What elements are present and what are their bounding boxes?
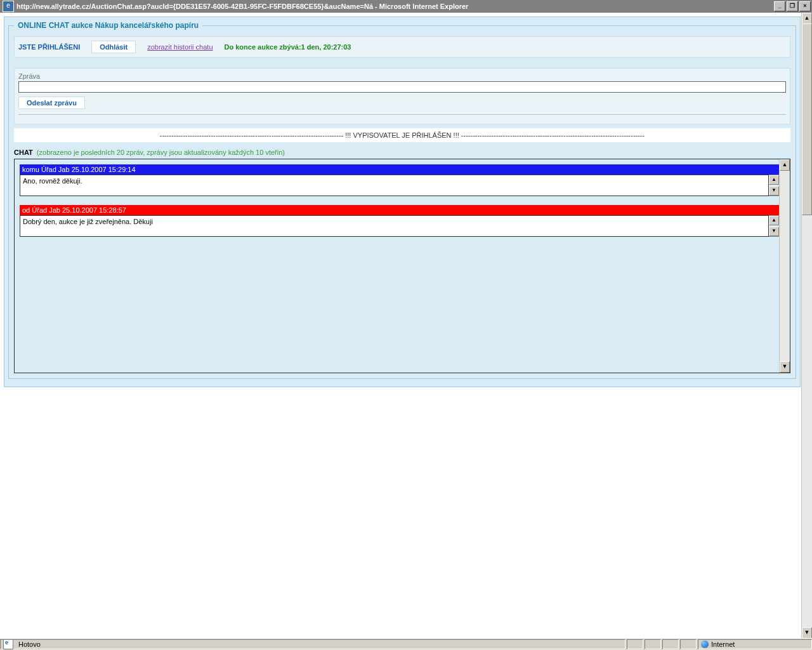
chat-log: komu Úřad Jab 25.10.2007 15:29:14Ano, ro…: [14, 159, 790, 373]
page-title: ONLINE CHAT aukce Nákup kancelářského pa…: [14, 21, 202, 30]
scroll-up-icon[interactable]: ▲: [780, 159, 790, 171]
chat-header-note: (zobrazeno je posledních 20 zpráv, zpráv…: [37, 149, 285, 156]
status-cell: [627, 639, 643, 649]
chat-message: komu Úřad Jab 25.10.2007 15:29:14Ano, ro…: [20, 164, 780, 196]
logout-button[interactable]: Odhlásit: [91, 41, 136, 53]
message-scrollbar[interactable]: ▲▼: [769, 175, 780, 196]
send-button[interactable]: Odeslat zprávu: [18, 96, 85, 109]
chat-message: od Úřad Jab 25.10.2007 15:28:57Dobrý den…: [20, 205, 780, 237]
message-header: komu Úřad Jab 25.10.2007 15:29:14: [20, 164, 780, 175]
window-title: http://new.allytrade.cz/AuctionChat.asp?…: [16, 3, 774, 10]
scroll-down-icon[interactable]: ▼: [780, 361, 790, 373]
status-cell: [645, 639, 661, 649]
scroll-down-icon[interactable]: ▼: [769, 227, 779, 236]
message-header: od Úřad Jab 25.10.2007 15:28:57: [20, 205, 780, 215]
message-label: Zpráva: [18, 72, 786, 80]
chat-scrollbar[interactable]: ▲ ▼: [779, 159, 790, 373]
message-scrollbar[interactable]: ▲▼: [769, 215, 780, 237]
scroll-up-icon[interactable]: ▲: [769, 175, 779, 185]
scroll-down-icon[interactable]: ▼: [769, 186, 779, 196]
minimize-button[interactable]: _: [774, 1, 785, 11]
security-zone: Internet: [711, 640, 735, 648]
status-cell: [662, 639, 679, 649]
scroll-thumb[interactable]: [802, 23, 812, 215]
login-status: JSTE PŘIHLÁŠENI: [18, 43, 80, 51]
chat-header-label: CHAT: [14, 149, 33, 156]
internet-zone-icon: [701, 640, 709, 648]
scroll-down-icon[interactable]: ▼: [802, 627, 812, 639]
browser-viewport: ONLINE CHAT aukce Nákup kancelářského pa…: [0, 13, 812, 639]
compose-box: Zpráva Odeslat zprávu: [14, 68, 790, 124]
chat-panel: ONLINE CHAT aukce Nákup kancelářského pa…: [8, 21, 796, 379]
maximize-button[interactable]: ❐: [787, 1, 798, 11]
page-icon: [3, 639, 13, 649]
status-cell: [680, 639, 697, 649]
window-titlebar: e http://new.allytrade.cz/AuctionChat.as…: [0, 0, 812, 13]
status-bar-row: JSTE PŘIHLÁŠENI Odhlásit zobrazit histor…: [14, 36, 790, 58]
message-body: Dobrý den, aukce je již zveřejněna. Děku…: [20, 215, 769, 237]
auction-countdown: Do konce aukce zbývá:1 den, 20:27:03: [225, 43, 351, 51]
message-input[interactable]: [18, 81, 786, 93]
chat-header: CHAT (zobrazeno je posledních 20 zpráv, …: [14, 149, 790, 156]
message-body: Ano, rovněž děkuji.: [20, 175, 769, 196]
browser-statusbar: Hotovo Internet: [0, 638, 812, 650]
history-link[interactable]: zobrazit historii chatu: [147, 43, 213, 51]
announcer-banner: ----------------------------------------…: [14, 128, 790, 142]
scroll-up-icon[interactable]: ▲: [769, 216, 779, 225]
ie-icon: e: [3, 1, 14, 12]
close-button[interactable]: ×: [799, 1, 811, 11]
page-scrollbar[interactable]: ▲ ▼: [801, 13, 812, 639]
status-text: Hotovo: [18, 640, 41, 648]
scroll-up-icon[interactable]: ▲: [802, 13, 812, 24]
